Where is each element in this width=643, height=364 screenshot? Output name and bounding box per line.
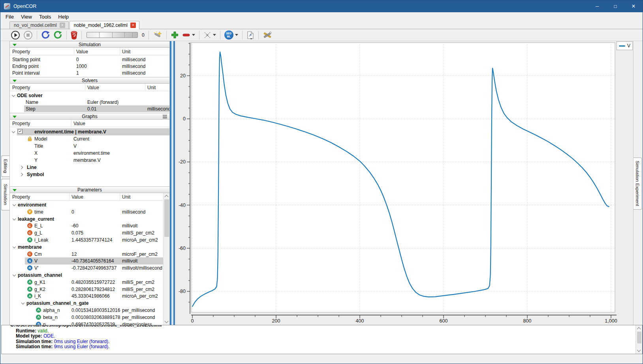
property-value[interactable]: Current: [73, 136, 89, 142]
tab-close-icon[interactable]: ×: [60, 23, 65, 28]
collapse-triangle-icon[interactable]: [13, 44, 17, 46]
scrollbar-thumb[interactable]: [164, 199, 169, 237]
column-header-value[interactable]: Value: [76, 49, 88, 54]
console-scrollbar[interactable]: [635, 325, 642, 354]
row-name[interactable]: NameEuler (forward): [10, 99, 169, 105]
property-value[interactable]: -60: [71, 223, 78, 229]
property-value[interactable]: 0.482035515972722: [71, 280, 115, 285]
dropdown-arrow-icon[interactable]: [192, 34, 195, 36]
row-i-k[interactable]: Ai_K45.333041986066microA_per_cm2: [10, 293, 169, 300]
change-graph-panels-layout-button[interactable]: [203, 31, 216, 39]
graphs-section-header[interactable]: Graphs: [10, 113, 169, 120]
chevron-right-icon[interactable]: [20, 173, 23, 176]
file-tab-noble-model-1962[interactable]: noble_model_1962.cellml ×: [70, 21, 139, 29]
view-tab-simulation-experiment[interactable]: Simulation Experiment: [634, 158, 642, 210]
chevron-down-icon[interactable]: [21, 301, 24, 304]
property-value[interactable]: 1.44533577374124: [71, 237, 112, 243]
menu-tools[interactable]: Tools: [36, 13, 55, 21]
add-graph-panel-button[interactable]: [171, 31, 179, 39]
property-value[interactable]: 0.696747020527529: [71, 322, 115, 325]
row-model[interactable]: ModelCurrent: [10, 135, 169, 143]
row-time[interactable]: Vtime0millisecond: [10, 208, 169, 216]
parameters-scrollbar[interactable]: [163, 193, 169, 325]
simulation-plot[interactable]: 02004006008001,000200-20-40-60-80: [175, 41, 634, 325]
simulation-delay-wheel[interactable]: [86, 32, 138, 38]
row-environment-time-membrane-v[interactable]: environment.time | membrane.V: [10, 128, 169, 135]
property-value[interactable]: 0.00108032063889178: [71, 315, 120, 320]
simulation-section-header[interactable]: Simulation: [10, 41, 169, 48]
minimize-button[interactable]: ─: [588, 0, 606, 12]
row-alpha-n[interactable]: Aalpha_n0.00153418003512016per_milliseco…: [10, 307, 169, 314]
row-y[interactable]: Ymembrane.V: [10, 157, 169, 164]
property-value[interactable]: 0.282806179234812: [71, 287, 115, 292]
row-leakage-current[interactable]: leakage_current: [10, 216, 169, 223]
preferences-button[interactable]: [263, 31, 272, 39]
property-value[interactable]: 0.075: [71, 230, 83, 236]
menu-file[interactable]: File: [2, 13, 17, 21]
file-tab-no-voi-model[interactable]: no_voi_model.cellml ×: [9, 21, 69, 29]
menu-help[interactable]: Help: [55, 13, 72, 21]
mode-tab-editing[interactable]: Editing: [1, 156, 9, 177]
reset-model-parameters-button[interactable]: [41, 30, 50, 39]
property-value[interactable]: environment.time: [73, 150, 110, 156]
sedml-export-button[interactable]: SEDML: [224, 30, 238, 39]
column-header-property[interactable]: Property: [12, 121, 30, 126]
reset-state-model-parameters-button[interactable]: [153, 31, 162, 39]
row-ode-solver[interactable]: ODE solver: [10, 92, 169, 99]
scroll-up-icon[interactable]: [165, 195, 169, 199]
parameters-section-header[interactable]: Parameters: [10, 186, 169, 193]
close-button[interactable]: ×: [624, 0, 643, 12]
column-header-value[interactable]: Value: [87, 85, 99, 90]
column-header-property[interactable]: Property: [12, 194, 30, 200]
row-symbol[interactable]: Symbol: [10, 171, 169, 178]
dropdown-arrow-icon[interactable]: [235, 34, 238, 36]
graph-enabled-checkbox[interactable]: [18, 129, 23, 134]
property-value[interactable]: 1000: [76, 64, 87, 69]
clear-simulation-results-button[interactable]: [71, 31, 77, 39]
row-title[interactable]: TitleV: [10, 143, 169, 150]
dropdown-arrow-icon[interactable]: [213, 34, 216, 36]
tab-close-icon[interactable]: ×: [130, 23, 136, 28]
graphs-menu-icon[interactable]: [163, 115, 167, 118]
row-e-l[interactable]: CE_L-60millivolt: [10, 222, 169, 229]
collapse-triangle-icon[interactable]: [13, 189, 17, 191]
column-header-property[interactable]: Property: [12, 85, 30, 90]
row-potassium-channel-n-gate[interactable]: potassium_channel_n_gate: [10, 300, 169, 307]
property-value[interactable]: membrane.V: [73, 158, 101, 163]
property-value[interactable]: 0.01: [87, 106, 96, 112]
solvers-section-header[interactable]: Solvers: [10, 77, 169, 84]
stop-simulation-button[interactable]: [23, 30, 33, 40]
chevron-down-icon[interactable]: [12, 130, 15, 133]
row-g-k2[interactable]: Ag_K20.282806179234812milliS_per_cm2: [10, 286, 169, 293]
remove-graph-panel-button[interactable]: [182, 31, 195, 39]
property-value[interactable]: 0: [71, 209, 74, 215]
row-line[interactable]: Line: [10, 164, 169, 171]
property-value[interactable]: -40.7361405576164: [71, 258, 114, 264]
row-starting-point[interactable]: Starting point0millisecond: [10, 56, 169, 63]
column-header-unit[interactable]: Unit: [147, 85, 156, 90]
row-cm[interactable]: CCm12microF_per_cm2: [10, 251, 169, 258]
plot-legend[interactable]: V: [617, 41, 633, 50]
run-simulation-button[interactable]: [11, 30, 20, 40]
row-g-l[interactable]: Cg_L0.075milliS_per_cm2: [10, 229, 169, 236]
chevron-down-icon[interactable]: [13, 203, 16, 206]
row-potassium-channel[interactable]: potassium_channel: [10, 272, 169, 279]
property-value[interactable]: Euler (forward): [87, 99, 118, 105]
chevron-down-icon[interactable]: [13, 273, 16, 276]
menu-view[interactable]: View: [17, 13, 36, 21]
row-v[interactable]: SV-40.7361405576164millivolt: [10, 257, 169, 265]
chevron-right-icon[interactable]: [20, 166, 23, 169]
row-v[interactable]: RV'-0.728420749963737millivolt/milliseco…: [10, 265, 169, 272]
chevron-down-icon[interactable]: [13, 245, 16, 248]
row-point-interval[interactable]: Point interval1millisecond: [10, 69, 169, 76]
row-g-k1[interactable]: Ag_K10.482035515972722milliS_per_cm2: [10, 279, 169, 286]
property-value[interactable]: 45.333041986066: [71, 293, 110, 299]
property-value[interactable]: 0: [76, 57, 79, 62]
row-x[interactable]: Xenvironment.time: [10, 150, 169, 157]
row-beta-n[interactable]: Abeta_n0.00108032063889178per_millisecon…: [10, 314, 169, 321]
row-i-leak[interactable]: Ai_Leak1.44533577374124microA_per_cm2: [10, 236, 169, 244]
property-value[interactable]: 1: [76, 70, 79, 76]
column-header-value[interactable]: Value: [71, 194, 83, 200]
scroll-up-icon[interactable]: [637, 327, 641, 331]
simulation-data-export-button[interactable]: [246, 31, 254, 39]
